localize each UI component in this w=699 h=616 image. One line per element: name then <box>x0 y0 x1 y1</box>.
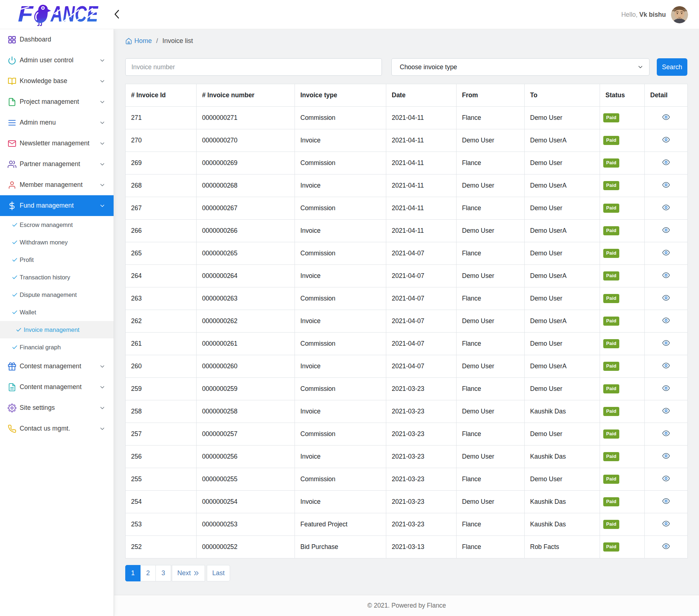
page-button-2[interactable]: 2 <box>141 565 156 581</box>
detail-eye-button[interactable] <box>662 136 670 144</box>
sidebar-subitem-dispute-management[interactable]: Dispute management <box>0 286 114 303</box>
sidebar-item-partner-management[interactable]: Partner management <box>0 154 114 174</box>
cell-to: Demo User <box>525 378 600 400</box>
main-content: Home / Invoice list Choose invoice type … <box>114 29 699 616</box>
breadcrumb-home-link[interactable]: Home <box>134 37 152 45</box>
page-button-1[interactable]: 1 <box>125 565 141 581</box>
sidebar-item-project-management[interactable]: Project management <box>0 91 114 112</box>
cell-to: Kaushik Das <box>525 491 600 513</box>
table-row: 2660000000266Invoice2021-04-11Demo UserD… <box>126 220 688 242</box>
cell-invoice-number: 0000000268 <box>197 174 295 197</box>
sidebar-item-dashboard[interactable]: Dashboard <box>0 29 114 50</box>
sidebar-subitem-financial-graph[interactable]: Financial graph <box>0 338 114 356</box>
cell-date: 2021-03-23 <box>386 378 457 400</box>
sidebar-collapse-button[interactable] <box>110 8 123 21</box>
detail-eye-button[interactable] <box>662 339 670 347</box>
last-page-button[interactable]: Last <box>207 565 230 581</box>
detail-eye-button[interactable] <box>662 317 670 324</box>
table-row: 2520000000252Bid Purchase2021-03-13Flanc… <box>126 536 688 558</box>
cell-date: 2021-04-07 <box>386 242 457 265</box>
cell-detail <box>645 423 688 446</box>
sidebar-subitem-label: Financial graph <box>20 344 61 351</box>
status-badge: Paid <box>603 113 619 122</box>
column-header-to: To <box>525 84 600 107</box>
status-badge: Paid <box>603 158 619 167</box>
invoice-number-input[interactable] <box>125 58 382 76</box>
sidebar-item-contest-management[interactable]: Contest management <box>0 356 114 377</box>
cell-from: Flance <box>457 333 525 355</box>
sidebar-subitem-invoice-management[interactable]: Invoice management <box>0 321 114 338</box>
detail-eye-button[interactable] <box>662 113 670 121</box>
detail-eye-button[interactable] <box>662 452 670 460</box>
table-row: 2700000000270Invoice2021-04-11Demo UserD… <box>126 129 688 152</box>
sidebar-item-label: Site settings <box>20 404 99 412</box>
detail-eye-button[interactable] <box>662 181 670 189</box>
gift-icon <box>8 362 16 371</box>
cell-from: Demo User <box>457 491 525 513</box>
detail-eye-button[interactable] <box>662 497 670 505</box>
status-badge: Paid <box>603 204 619 212</box>
detail-eye-button[interactable] <box>662 362 670 369</box>
detail-eye-button[interactable] <box>662 429 670 437</box>
cell-invoice-id: 266 <box>126 220 197 242</box>
cell-status: Paid <box>600 129 645 152</box>
page-button-3[interactable]: 3 <box>156 565 171 581</box>
sidebar-item-admin-menu[interactable]: Admin menu <box>0 112 114 133</box>
cell-invoice-type: Invoice <box>295 310 386 333</box>
user-icon <box>8 181 16 189</box>
cell-detail <box>645 400 688 423</box>
detail-eye-button[interactable] <box>662 226 670 234</box>
detail-eye-button[interactable] <box>662 204 670 211</box>
search-button[interactable]: Search <box>657 58 687 76</box>
cell-status: Paid <box>600 536 645 558</box>
sidebar-subitem-wallet[interactable]: Wallet <box>0 303 114 321</box>
sidebar-subitem-transaction-history[interactable]: Transaction history <box>0 268 114 286</box>
cell-date: 2021-04-11 <box>386 174 457 197</box>
sidebar-item-admin-user-control[interactable]: Admin user control <box>0 50 114 71</box>
cell-invoice-id: 259 <box>126 378 197 400</box>
sidebar-item-content-management[interactable]: Content management <box>0 377 114 397</box>
cell-invoice-type: Invoice <box>295 220 386 242</box>
invoice-type-select[interactable]: Choose invoice type <box>391 58 649 76</box>
next-page-button[interactable]: Next <box>172 565 205 581</box>
status-badge: Paid <box>603 407 619 416</box>
sidebar-item-site-settings[interactable]: Site settings <box>0 397 114 418</box>
grid-icon <box>8 35 16 44</box>
page-footer: © 2021. Powered by Flance <box>114 595 699 616</box>
cell-status: Paid <box>600 310 645 333</box>
check-icon <box>12 292 18 298</box>
cell-detail <box>645 446 688 468</box>
cell-status: Paid <box>600 197 645 220</box>
sidebar-item-contact-us-mgmt[interactable]: Contact us mgmt. <box>0 418 114 439</box>
eye-icon <box>662 317 670 324</box>
detail-eye-button[interactable] <box>662 271 670 279</box>
sidebar-subitem-escrow-management[interactable]: Escrow managemnt <box>0 216 114 234</box>
detail-eye-button[interactable] <box>662 542 670 550</box>
sidebar-subitem-withdrawn-money[interactable]: Withdrawn money <box>0 234 114 251</box>
chevron-down-icon <box>99 140 106 147</box>
sidebar-subitem-profit[interactable]: Profit <box>0 251 114 268</box>
sidebar-item-newsletter-management[interactable]: Newsletter management <box>0 133 114 154</box>
eye-icon <box>662 362 670 369</box>
avatar[interactable] <box>671 6 688 23</box>
detail-eye-button[interactable] <box>662 158 670 166</box>
cell-detail <box>645 310 688 333</box>
cell-detail <box>645 378 688 400</box>
sidebar: DashboardAdmin user controlKnowledge bas… <box>0 29 114 616</box>
detail-eye-button[interactable] <box>662 384 670 392</box>
detail-eye-button[interactable] <box>662 520 670 527</box>
check-icon <box>12 239 18 246</box>
cell-invoice-type: Invoice <box>295 265 386 287</box>
detail-eye-button[interactable] <box>662 294 670 302</box>
table-row: 2650000000265Commission2021-04-07FlanceD… <box>126 242 688 265</box>
detail-eye-button[interactable] <box>662 249 670 256</box>
sidebar-item-fund-management[interactable]: Fund management <box>0 195 114 216</box>
detail-eye-button[interactable] <box>662 407 670 415</box>
cell-invoice-type: Commission <box>295 378 386 400</box>
cell-invoice-type: Invoice <box>295 491 386 513</box>
status-badge: Paid <box>603 384 619 393</box>
sidebar-item-member-management[interactable]: Member management <box>0 174 114 195</box>
sidebar-item-knowledge-base[interactable]: Knowledge base <box>0 71 114 91</box>
detail-eye-button[interactable] <box>662 475 670 482</box>
cell-to: Demo UserA <box>525 129 600 152</box>
